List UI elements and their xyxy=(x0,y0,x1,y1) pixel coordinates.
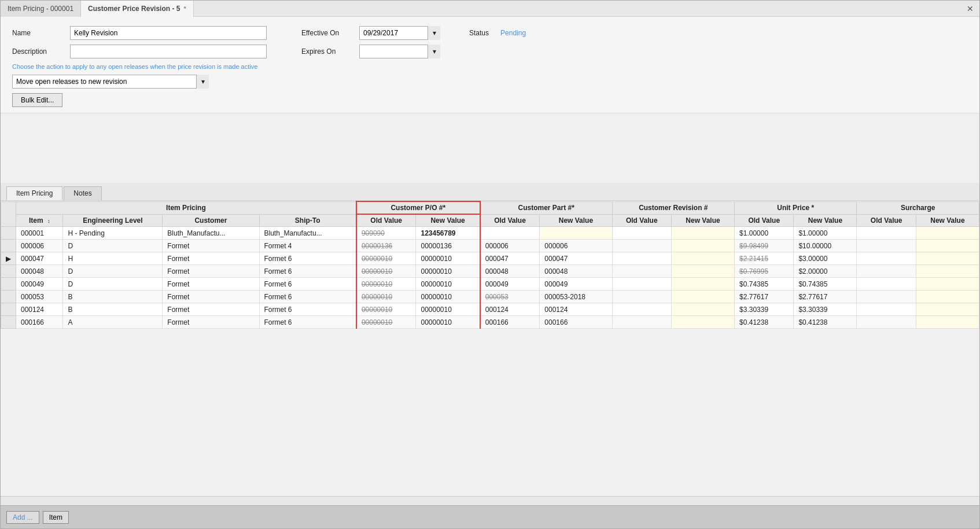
section-tab-item-pricing[interactable]: Item Pricing xyxy=(6,186,62,200)
cell-price-new: $2.77617 xyxy=(794,291,857,303)
cell-rev-new xyxy=(671,227,734,240)
hint-text: Choose the action to apply to any open r… xyxy=(12,63,968,70)
cell-ship-to: Bluth_Manufactu... xyxy=(259,227,356,240)
form-area: Name Effective On ▾ Status Pending Descr… xyxy=(1,17,979,113)
group-unit-price: Unit Price * xyxy=(735,201,857,214)
cell-part-new: 000006 xyxy=(540,240,612,252)
cell-rev-new xyxy=(671,316,734,329)
cell-eng-level: H xyxy=(63,252,163,265)
cell-po-old: 00000010 xyxy=(356,252,416,265)
tab-customer-price-revision[interactable]: Customer Price Revision - 5 * xyxy=(81,1,194,17)
cell-po-new: 00000010 xyxy=(416,265,480,278)
cell-customer: Formet xyxy=(163,252,259,265)
cell-ship-to: Formet 6 xyxy=(259,291,356,303)
cell-eng-level: D xyxy=(63,240,163,252)
cell-rev-new xyxy=(671,265,734,278)
section-tab-notes[interactable]: Notes xyxy=(64,186,101,200)
cell-item: 000124 xyxy=(16,303,63,316)
cell-po-new: 00000010 xyxy=(416,291,480,303)
cell-ship-to: Formet 6 xyxy=(259,278,356,291)
table-row: 000166 A Formet Formet 6 00000010 000000… xyxy=(1,316,979,329)
cell-part-new: 000049 xyxy=(540,278,612,291)
cell-sur-new xyxy=(916,240,979,252)
cell-po-old: 00000010 xyxy=(356,265,416,278)
cell-sur-old xyxy=(857,240,916,252)
horizontal-scrollbar[interactable] xyxy=(1,496,979,505)
cell-ship-to: Formet 6 xyxy=(259,265,356,278)
effective-on-wrap: ▾ xyxy=(359,26,440,40)
cell-eng-level: D xyxy=(63,265,163,278)
cell-rev-old xyxy=(612,240,671,252)
add-button[interactable]: Add ... xyxy=(6,511,39,524)
name-input[interactable] xyxy=(70,26,267,40)
cell-part-old: 000048 xyxy=(480,265,540,278)
cell-rev-old xyxy=(612,291,671,303)
cell-sur-old xyxy=(857,303,916,316)
table-row: 000048 D Formet Formet 6 00000010 000000… xyxy=(1,265,979,278)
cell-part-new: 000048 xyxy=(540,265,612,278)
cell-sur-new xyxy=(916,227,979,240)
cell-part-old: 000049 xyxy=(480,278,540,291)
cell-price-new: $3.00000 xyxy=(794,252,857,265)
table-area[interactable]: Item Pricing Customer P/O #* Customer Pa… xyxy=(1,201,979,496)
cell-item: 000166 xyxy=(16,316,63,329)
cell-customer: Formet xyxy=(163,303,259,316)
effective-on-input[interactable] xyxy=(359,26,440,40)
cell-sur-new xyxy=(916,291,979,303)
col-part-new: New Value xyxy=(540,214,612,227)
cell-part-new: 000124 xyxy=(540,303,612,316)
cell-rev-old xyxy=(612,278,671,291)
table-row: 000124 B Formet Formet 6 00000010 000000… xyxy=(1,303,979,316)
cell-price-new: $10.00000 xyxy=(794,240,857,252)
table-row: 000006 D Formet Formet 4 00000136 000001… xyxy=(1,240,979,252)
table-row: 000001 H - Pending Bluth_Manufactu... Bl… xyxy=(1,227,979,240)
expires-on-input[interactable] xyxy=(359,45,440,58)
status-value: Pending xyxy=(500,29,526,37)
pricing-table: Item Pricing Customer P/O #* Customer Pa… xyxy=(1,201,979,329)
col-item[interactable]: Item ↕ xyxy=(16,214,63,227)
cell-price-new: $3.30339 xyxy=(794,303,857,316)
bulk-edit-button[interactable]: Bulk Edit... xyxy=(12,93,62,107)
cell-sur-old xyxy=(857,265,916,278)
cell-price-old: $9.98499 xyxy=(735,240,794,252)
cell-item: 000049 xyxy=(16,278,63,291)
cell-part-new xyxy=(540,227,612,240)
action-select[interactable]: Move open releases to new revision Do no… xyxy=(12,75,209,89)
cell-rev-new xyxy=(671,303,734,316)
cell-eng-level: B xyxy=(63,303,163,316)
cell-po-old: 00000010 xyxy=(356,316,416,329)
expires-on-wrap: ▾ xyxy=(359,45,440,58)
item-button[interactable]: Item xyxy=(43,511,69,524)
cell-item: 000001 xyxy=(16,227,63,240)
cell-part-new: 000053-2018 xyxy=(540,291,612,303)
cell-part-old: 000047 xyxy=(480,252,540,265)
tab-close-icon[interactable]: * xyxy=(183,5,186,12)
expires-on-label: Expires On xyxy=(301,47,348,56)
tab-item-pricing[interactable]: Item Pricing - 000001 xyxy=(1,1,81,17)
status-label: Status xyxy=(469,29,489,37)
cell-sur-old xyxy=(857,291,916,303)
col-price-old: Old Value xyxy=(735,214,794,227)
cell-rev-new xyxy=(671,252,734,265)
col-rev-new: New Value xyxy=(671,214,734,227)
row-indicator: ▶ xyxy=(1,252,16,265)
cell-customer: Bluth_Manufactu... xyxy=(163,227,259,240)
cell-part-old: 000053 xyxy=(480,291,540,303)
cell-price-old: $0.41238 xyxy=(735,316,794,329)
cell-rev-old xyxy=(612,316,671,329)
window-close-button[interactable]: ✕ xyxy=(961,1,979,17)
cell-price-old: $0.76995 xyxy=(735,265,794,278)
section-tabs: Item Pricing Notes xyxy=(1,183,979,201)
group-customer-revision: Customer Revision # xyxy=(612,201,734,214)
cell-price-old: $0.74385 xyxy=(735,278,794,291)
cell-rev-new xyxy=(671,278,734,291)
description-input[interactable] xyxy=(70,45,267,58)
cell-eng-level: H - Pending xyxy=(63,227,163,240)
col-sur-new: New Value xyxy=(916,214,979,227)
cell-item: 000048 xyxy=(16,265,63,278)
cell-po-old: 00000010 xyxy=(356,291,416,303)
cell-po-new[interactable]: 123456789 xyxy=(416,227,480,240)
col-customer: Customer xyxy=(163,214,259,227)
table-row: 000053 B Formet Formet 6 00000010 000000… xyxy=(1,291,979,303)
cell-rev-old xyxy=(612,303,671,316)
